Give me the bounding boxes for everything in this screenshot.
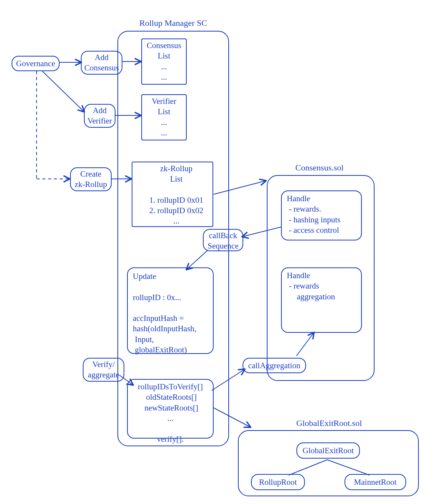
ger-title: GlobalExitRoot.sol: [281, 418, 377, 428]
verifier-list-label: Verifier List ... ...: [141, 96, 187, 138]
consensus-title: Consensus.sol: [281, 163, 358, 173]
zkrollup-list-label: zk-Rollup List 1. rollupID 0x01 2. rollu…: [138, 164, 215, 227]
rollup-manager-title: Rollup Manager SC: [119, 18, 227, 28]
ger-label: GlobalExitRoot: [296, 446, 360, 456]
add-verifier-label: Add Verifier: [83, 105, 117, 127]
consensus-list-label: Consensus List ... ...: [141, 40, 187, 82]
handle2-label: Handle - rewards aggregation: [287, 270, 335, 302]
rollup-root-label: RollupRoot: [251, 477, 305, 487]
governance-label: Governance: [12, 58, 60, 69]
callback-sequence-label: callBack Sequence: [201, 230, 245, 252]
svg-line-1: [42, 71, 84, 112]
mainnet-root-label: MainnetRoot: [345, 477, 406, 487]
update-label: Update rollupID : 0x... accInputHash = h…: [133, 271, 214, 355]
verify-block-label: rollupIDsToVerify[] oldStateRoots[] newS…: [127, 382, 214, 445]
verify-aggregate-label: Verify/ aggregate: [82, 359, 125, 381]
handle1-label: Handle - rewards. - hashing inputs - acc…: [287, 194, 340, 235]
create-zkrollup-label: Create zk-Rollup: [69, 169, 112, 190]
add-consensus-label: Add Consensus: [81, 52, 122, 73]
